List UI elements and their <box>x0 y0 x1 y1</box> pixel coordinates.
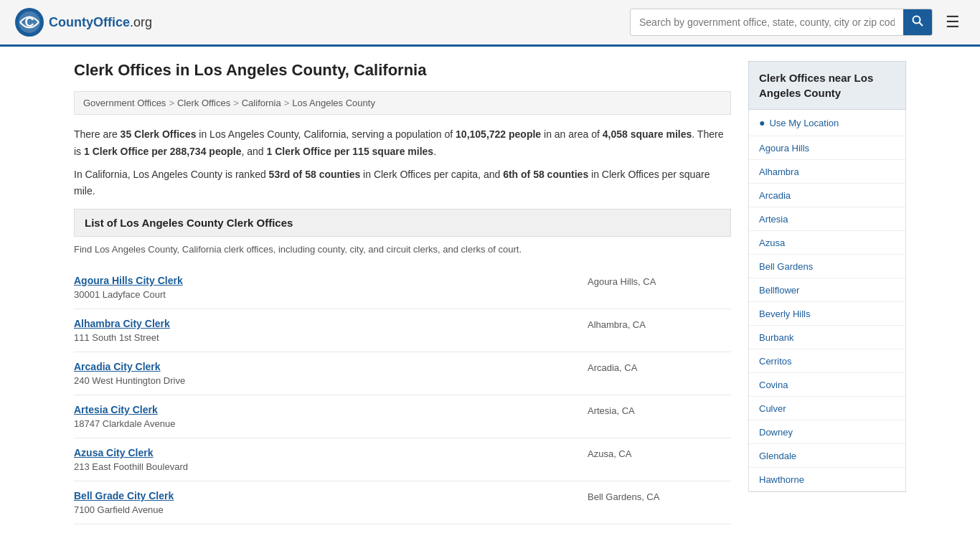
office-item: Alhambra City Clerk 111 South 1st Street… <box>74 309 731 352</box>
breadcrumb-clerk-offices[interactable]: Clerk Offices <box>177 98 230 108</box>
sidebar-city-item: Artesia <box>749 207 905 231</box>
sidebar-city-link[interactable]: Arcadia <box>759 190 791 201</box>
sidebar-city-item: Culver <box>749 397 905 420</box>
breadcrumb-sep-1: > <box>169 98 174 108</box>
section-desc: Find Los Angeles County, California cler… <box>74 244 731 255</box>
sidebar-city-link[interactable]: Azusa <box>759 237 785 248</box>
location-icon: ● <box>759 117 765 128</box>
search-button[interactable] <box>903 9 932 35</box>
sidebar: Clerk Offices near Los Angeles County ● … <box>748 61 906 524</box>
breadcrumb-la-county[interactable]: Los Angeles County <box>292 98 375 108</box>
office-address: 30001 Ladyface Court <box>74 289 166 300</box>
breadcrumb-gov-offices[interactable]: Government Offices <box>83 98 166 108</box>
office-name[interactable]: Arcadia City Clerk <box>74 361 588 372</box>
sidebar-city-item: Glendale <box>749 444 905 468</box>
logo[interactable]: C CountyOffice.org <box>14 7 152 37</box>
sidebar-city-item: Arcadia <box>749 184 905 207</box>
stats-line1-post3: , and <box>241 146 266 157</box>
stats-per1: 1 Clerk Office per 288,734 people <box>84 146 241 157</box>
stats-population: 10,105,722 people <box>456 128 541 140</box>
sidebar-city-link[interactable]: Artesia <box>759 214 788 225</box>
office-location: Bell Gardens, CA <box>588 490 731 502</box>
stats-line1-post: in an area of <box>541 128 603 140</box>
office-item: Bell Grade City Clerk 7100 Garfield Aven… <box>74 481 731 524</box>
office-location: Agoura Hills, CA <box>588 275 731 287</box>
page-title: Clerk Offices in Los Angeles County, Cal… <box>74 61 731 80</box>
svg-point-3 <box>913 17 920 24</box>
sidebar-city-item: Azusa <box>749 231 905 255</box>
office-info: Agoura Hills City Clerk 30001 Ladyface C… <box>74 275 588 300</box>
sidebar-links: ● Use My Location Agoura HillsAlhambraAr… <box>748 110 906 492</box>
office-location: Alhambra, CA <box>588 318 731 330</box>
office-name[interactable]: Agoura Hills City Clerk <box>74 275 588 286</box>
office-list: Agoura Hills City Clerk 30001 Ladyface C… <box>74 266 731 524</box>
office-info: Arcadia City Clerk 240 West Huntington D… <box>74 361 588 386</box>
sidebar-city-item: Cerritos <box>749 349 905 373</box>
search-input[interactable] <box>631 11 903 34</box>
content-area: Clerk Offices in Los Angeles County, Cal… <box>74 61 731 524</box>
sidebar-city-item: Bellflower <box>749 278 905 302</box>
office-info: Bell Grade City Clerk 7100 Garfield Aven… <box>74 490 588 515</box>
stats-count: 35 Clerk Offices <box>121 128 197 140</box>
breadcrumb-sep-3: > <box>284 98 290 108</box>
sidebar-title: Clerk Offices near Los Angeles County <box>748 61 906 110</box>
stats-line2-pre: In California, Los Angeles County is ran… <box>74 169 269 180</box>
sidebar-city-link[interactable]: Hawthorne <box>759 474 804 485</box>
sidebar-city-link[interactable]: Cerritos <box>759 356 792 367</box>
use-location-item: ● Use My Location <box>749 110 905 136</box>
stats-line1-end: . <box>433 146 436 157</box>
office-info: Azusa City Clerk 213 East Foothill Boule… <box>74 447 588 472</box>
office-address: 7100 Garfield Avenue <box>74 504 164 515</box>
office-item: Azusa City Clerk 213 East Foothill Boule… <box>74 438 731 481</box>
office-name[interactable]: Azusa City Clerk <box>74 447 588 458</box>
sidebar-city-item: Bell Gardens <box>749 255 905 278</box>
header-right: ☰ <box>630 9 966 36</box>
stats-line1-pre: There are <box>74 128 121 140</box>
office-item: Artesia City Clerk 18747 Clarkdale Avenu… <box>74 395 731 438</box>
office-item: Arcadia City Clerk 240 West Huntington D… <box>74 352 731 395</box>
logo-text: CountyOffice.org <box>49 15 152 30</box>
sidebar-city-link[interactable]: Downey <box>759 427 793 438</box>
sidebar-city-link[interactable]: Burbank <box>759 332 793 343</box>
sidebar-city-item: Beverly Hills <box>749 302 905 326</box>
search-bar <box>630 9 933 36</box>
sidebar-city-item: Burbank <box>749 326 905 349</box>
office-location: Azusa, CA <box>588 447 731 459</box>
sidebar-city-link[interactable]: Bell Gardens <box>759 261 813 272</box>
stats-rank1: 53rd of 58 counties <box>269 169 361 180</box>
sidebar-city-link[interactable]: Alhambra <box>759 166 799 177</box>
sidebar-city-item: Hawthorne <box>749 468 905 491</box>
menu-button[interactable]: ☰ <box>940 10 966 34</box>
sidebar-city-link[interactable]: Glendale <box>759 451 796 461</box>
main-container: Clerk Offices in Los Angeles County, Cal… <box>60 47 920 539</box>
stats-rank2: 6th of 58 counties <box>503 169 588 180</box>
sidebar-city-link[interactable]: Agoura Hills <box>759 143 809 154</box>
breadcrumb: Government Offices > Clerk Offices > Cal… <box>74 91 731 115</box>
breadcrumb-sep-2: > <box>233 98 239 108</box>
use-location-link[interactable]: Use My Location <box>769 118 839 128</box>
section-header: List of Los Angeles County Clerk Offices <box>74 209 731 237</box>
sidebar-city-item: Covina <box>749 373 905 397</box>
sidebar-city-link[interactable]: Covina <box>759 380 788 390</box>
office-name[interactable]: Artesia City Clerk <box>74 404 588 415</box>
office-address: 18747 Clarkdale Avenue <box>74 418 175 429</box>
office-address: 240 West Huntington Drive <box>74 375 185 386</box>
search-icon <box>912 15 923 27</box>
office-location: Artesia, CA <box>588 404 731 416</box>
stats-line2-mid: in Clerk Offices per capita, and <box>360 169 503 180</box>
svg-line-4 <box>920 23 923 27</box>
office-name[interactable]: Alhambra City Clerk <box>74 318 588 329</box>
office-info: Alhambra City Clerk 111 South 1st Street <box>74 318 588 343</box>
sidebar-city-item: Downey <box>749 420 905 444</box>
site-header: C CountyOffice.org ☰ <box>0 0 980 47</box>
sidebar-city-item: Alhambra <box>749 160 905 184</box>
office-item: Agoura Hills City Clerk 30001 Ladyface C… <box>74 266 731 309</box>
sidebar-cities: Agoura HillsAlhambraArcadiaArtesiaAzusaB… <box>749 136 905 491</box>
sidebar-city-link[interactable]: Beverly Hills <box>759 309 811 319</box>
sidebar-city-link[interactable]: Culver <box>759 403 786 414</box>
breadcrumb-california[interactable]: California <box>242 98 281 108</box>
sidebar-city-link[interactable]: Bellflower <box>759 285 799 296</box>
office-name[interactable]: Bell Grade City Clerk <box>74 490 588 501</box>
office-address: 111 South 1st Street <box>74 332 159 343</box>
stats-block: There are 35 Clerk Offices in Los Angele… <box>74 126 731 200</box>
